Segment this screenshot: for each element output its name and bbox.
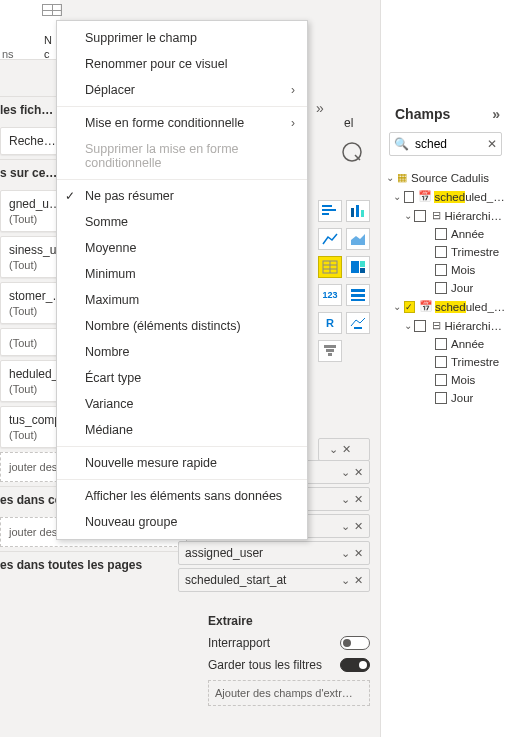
fields-search-box[interactable]: 🔍 ✕ xyxy=(389,132,502,156)
field-checkbox[interactable] xyxy=(435,374,447,386)
menu-separator xyxy=(57,479,307,480)
viz-line-chart-icon[interactable] xyxy=(318,228,342,250)
ctx-show-items-no-data[interactable]: Afficher les éléments sans données xyxy=(57,483,307,509)
ctx-dont-summarize[interactable]: ✓Ne pas résumer xyxy=(57,183,307,209)
keep-filters-toggle[interactable] xyxy=(340,658,370,672)
ctx-average[interactable]: Moyenne xyxy=(57,235,307,261)
ctx-max[interactable]: Maximum xyxy=(57,287,307,313)
field-checkbox[interactable] xyxy=(435,246,447,258)
ctx-min[interactable]: Minimum xyxy=(57,261,307,287)
svg-rect-4 xyxy=(322,213,329,215)
viz-multirow-card-icon[interactable] xyxy=(346,284,370,306)
svg-rect-13 xyxy=(351,261,359,273)
ctx-sum[interactable]: Somme xyxy=(57,209,307,235)
chevron-right-icon: › xyxy=(291,83,295,97)
ctx-count[interactable]: Nombre xyxy=(57,339,307,365)
viz-clustered-bar-icon[interactable] xyxy=(318,200,342,222)
ctx-distinct-count[interactable]: Nombre (éléments distincts) xyxy=(57,313,307,339)
viz-card-icon[interactable]: 123 xyxy=(318,284,342,306)
viz-kpi-icon[interactable] xyxy=(346,312,370,334)
keep-filters-label: Garder tous les filtres xyxy=(208,658,322,672)
hierarchy-level[interactable]: Année xyxy=(385,335,508,353)
field-checkbox[interactable] xyxy=(435,356,447,368)
field-well-chip[interactable]: scheduled_start_at⌄✕ xyxy=(178,568,370,592)
collapse-visualizations-icon[interactable]: » xyxy=(316,100,324,116)
ctx-new-group[interactable]: Nouveau groupe xyxy=(57,509,307,535)
chevron-down-icon[interactable]: ⌄ xyxy=(341,574,350,587)
viz-treemap-icon[interactable] xyxy=(346,256,370,278)
svg-rect-15 xyxy=(360,268,365,273)
chevron-down-icon[interactable]: ⌄ xyxy=(341,493,350,506)
field-checkbox[interactable] xyxy=(404,191,415,203)
field-checkbox[interactable] xyxy=(414,320,425,332)
field-well-chip[interactable]: assigned_user⌄✕ xyxy=(178,541,370,565)
viz-clustered-column-icon[interactable] xyxy=(346,200,370,222)
caret-down-icon[interactable]: ⌄ xyxy=(403,210,412,221)
svg-rect-16 xyxy=(351,289,365,292)
svg-rect-17 xyxy=(351,294,365,297)
remove-field-icon[interactable]: ✕ xyxy=(354,520,363,533)
cross-report-toggle[interactable] xyxy=(340,636,370,650)
field-checkbox[interactable] xyxy=(435,264,447,276)
remove-field-icon[interactable]: ✕ xyxy=(354,466,363,479)
caret-down-icon[interactable]: ⌄ xyxy=(403,320,412,331)
svg-marker-8 xyxy=(351,234,365,245)
field-checkbox[interactable] xyxy=(435,282,447,294)
viz-matrix-icon[interactable] xyxy=(318,256,342,278)
caret-down-icon[interactable]: ⌄ xyxy=(393,191,402,202)
drillthrough-section: Extraire Interrapport Garder tous les fi… xyxy=(208,614,370,706)
ctx-variance[interactable]: Variance xyxy=(57,391,307,417)
hierarchy-level[interactable]: Trimestre xyxy=(385,243,508,261)
ctx-move[interactable]: Déplacer› xyxy=(57,77,307,103)
ctx-stddev[interactable]: Écart type xyxy=(57,365,307,391)
ctx-conditional-formatting[interactable]: Mise en forme conditionnelle› xyxy=(57,110,307,136)
clear-search-icon[interactable]: ✕ xyxy=(487,137,497,151)
collapse-pane-icon[interactable]: » xyxy=(492,106,500,122)
field-checkbox[interactable] xyxy=(435,338,447,350)
field-checkbox[interactable] xyxy=(414,210,425,222)
hierarchy-level[interactable]: Jour xyxy=(385,279,508,297)
caret-down-icon[interactable]: ⌄ xyxy=(385,172,395,183)
field-scheduled-start[interactable]: ⌄ ✓ 📅 scheduled_start xyxy=(385,297,508,316)
viz-r-script-icon[interactable]: R xyxy=(318,312,342,334)
table-visual-icon[interactable] xyxy=(42,4,62,16)
ctx-median[interactable]: Médiane xyxy=(57,417,307,443)
ctx-quick-measure[interactable]: Nouvelle mesure rapide xyxy=(57,450,307,476)
viz-area-chart-icon[interactable] xyxy=(346,228,370,250)
hierarchy-level[interactable]: Mois xyxy=(385,371,508,389)
ctx-remove-conditional-formatting: Supprimer la mise en forme conditionnell… xyxy=(57,136,307,176)
caret-down-icon[interactable]: ⌄ xyxy=(393,301,402,312)
format-tab-icon[interactable] xyxy=(340,140,364,167)
keep-filters-row: Garder tous les filtres xyxy=(208,658,370,672)
svg-rect-2 xyxy=(322,205,332,207)
calendar-icon: 📅 xyxy=(418,190,432,203)
remove-field-icon[interactable]: ✕ xyxy=(354,493,363,506)
hierarchy-level[interactable]: Trimestre xyxy=(385,353,508,371)
hierarchy-node[interactable]: ⌄ ⊟ Hiérarchie de xyxy=(385,206,508,225)
chevron-down-icon[interactable]: ⌄ xyxy=(341,520,350,533)
fields-pane: Champs » 🔍 ✕ ⌄ ▦ Source Cadulis ⌄ 📅 sche… xyxy=(380,0,510,737)
field-context-menu: Supprimer le champ Renommer pour ce visu… xyxy=(56,20,308,540)
hierarchy-level[interactable]: Jour xyxy=(385,389,508,407)
hierarchy-node[interactable]: ⌄ ⊟ Hiérarchie de xyxy=(385,316,508,335)
remove-field-icon[interactable]: ✕ xyxy=(354,574,363,587)
ctx-remove-field[interactable]: Supprimer le champ xyxy=(57,25,307,51)
field-checkbox[interactable] xyxy=(435,392,447,404)
fields-search-input[interactable] xyxy=(413,136,487,152)
hierarchy-level[interactable]: Année xyxy=(385,225,508,243)
remove-field-icon[interactable]: ✕ xyxy=(354,547,363,560)
hierarchy-level[interactable]: Mois xyxy=(385,261,508,279)
field-checkbox[interactable] xyxy=(435,228,447,240)
search-icon: 🔍 xyxy=(394,137,409,151)
viz-funnel-icon[interactable] xyxy=(318,340,342,362)
add-drillthrough-fields[interactable]: Ajouter des champs d'extr… xyxy=(208,680,370,706)
table-node[interactable]: ⌄ ▦ Source Cadulis xyxy=(385,168,508,187)
field-scheduled-end[interactable]: ⌄ 📅 scheduled_end_ xyxy=(385,187,508,206)
ctx-rename-visual[interactable]: Renommer pour ce visuel xyxy=(57,51,307,77)
field-checkbox[interactable]: ✓ xyxy=(404,301,415,313)
hierarchy-icon: ⊟ xyxy=(430,209,443,222)
ribbon-left-caption: ns xyxy=(2,48,14,60)
hierarchy-icon: ⊟ xyxy=(430,319,443,332)
chevron-down-icon[interactable]: ⌄ xyxy=(341,466,350,479)
chevron-down-icon[interactable]: ⌄ xyxy=(341,547,350,560)
